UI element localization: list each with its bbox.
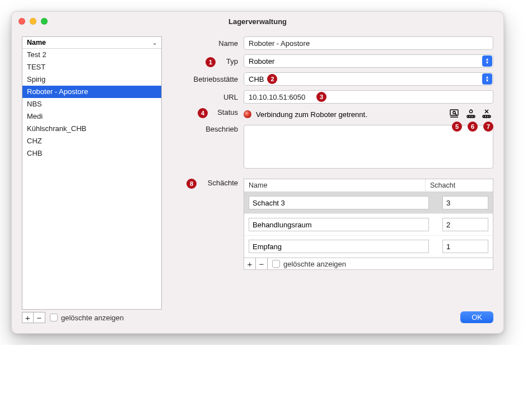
url-label: URL [178, 93, 244, 101]
row-beschrieb: Beschrieb 5 6 7 [178, 125, 493, 169]
schacht-number-input[interactable] [442, 218, 488, 231]
annotation-4: 4 [198, 108, 208, 118]
list-item[interactable]: Roboter - Apostore [22, 86, 161, 98]
name-input[interactable] [244, 36, 493, 50]
chevron-down-icon: ⌄ [152, 40, 157, 46]
traffic-lights [18, 18, 48, 25]
annotation-1: 1 [206, 57, 216, 67]
schachte-show-deleted-label: gelöschte anzeigen [283, 260, 346, 268]
svg-point-15 [488, 116, 489, 117]
left-panel: Name ⌄ Test 2TESTSpirigRoboter - Apostor… [22, 36, 162, 323]
remove-schacht-button[interactable]: − [256, 258, 268, 269]
annotation-2: 2 [267, 74, 277, 84]
url-input[interactable] [244, 90, 493, 104]
right-panel: Name 1 Typ Roboter ▲▼ B [178, 36, 493, 323]
row-name: Name [178, 36, 493, 50]
schacht-name-input[interactable] [249, 196, 429, 209]
schachte-show-deleted-checkbox[interactable]: gelöschte anzeigen [272, 260, 346, 268]
betrieb-value: CHB [249, 75, 264, 83]
table-row[interactable] [244, 192, 493, 214]
betrieb-label: Betriebsstätte [178, 75, 244, 83]
status-text: Verbindung zum Roboter getrennt. [256, 110, 446, 119]
typ-select[interactable]: Roboter ▲▼ [244, 54, 493, 68]
list-item[interactable]: TEST [22, 61, 161, 73]
remove-storage-button[interactable]: − [34, 312, 45, 323]
betrieb-select[interactable]: CHB 2 ▲▼ [244, 72, 493, 86]
row-url: URL 3 [178, 90, 493, 104]
name-label: Name [178, 39, 244, 48]
list-header-label: Name [27, 39, 46, 46]
schacht-number-input[interactable] [442, 240, 488, 253]
status-label: 4 Status [178, 108, 244, 116]
storage-list: Name ⌄ Test 2TESTSpirigRoboter - Apostor… [22, 36, 162, 310]
svg-point-14 [486, 116, 487, 117]
svg-point-8 [470, 116, 472, 117]
search-robot-icon[interactable] [449, 108, 462, 120]
schachte-table: Name Schacht + − gelöschte anzeigen [244, 179, 493, 270]
row-typ: 1 Typ Roboter ▲▼ [178, 54, 493, 68]
schachte-footer: + − gelöschte anzeigen [244, 258, 493, 269]
row-betrieb: Betriebsstätte CHB 2 ▲▼ [178, 72, 493, 86]
list-item[interactable]: Medi [22, 110, 161, 123]
annotation-3: 3 [316, 92, 326, 102]
list-items: Test 2TESTSpirigRoboter - ApostoreNBSMed… [22, 49, 161, 160]
checkbox-icon [50, 314, 58, 321]
schacht-number-input[interactable] [442, 196, 488, 209]
robot-on-icon[interactable] [464, 108, 478, 120]
list-toolbar: + − gelöschte anzeigen [22, 312, 162, 323]
show-deleted-label: gelöschte anzeigen [61, 314, 124, 322]
annotation-8: 8 [186, 179, 197, 189]
schachte-header: Name Schacht [244, 179, 493, 192]
list-item[interactable]: NBS [22, 98, 161, 110]
svg-point-4 [469, 110, 472, 113]
window: Lagerverwaltung Name ⌄ Test 2TESTSpirigR… [11, 11, 504, 334]
checkbox-icon [272, 260, 280, 268]
list-item[interactable]: CHZ [22, 135, 161, 147]
table-row[interactable] [244, 236, 493, 258]
svg-point-13 [484, 116, 485, 117]
content: Name ⌄ Test 2TESTSpirigRoboter - Apostor… [12, 31, 503, 333]
annotation-5: 5 [452, 122, 462, 132]
row-schachte: 8 Schächte Name Schacht + − gelöschte [178, 179, 493, 298]
list-item[interactable]: CHB [22, 147, 161, 160]
list-item[interactable]: Kühlschrank_CHB [22, 123, 161, 135]
zoom-icon[interactable] [41, 18, 48, 25]
status-indicator-icon [244, 110, 251, 118]
svg-point-7 [468, 116, 469, 117]
col-schacht[interactable]: Schacht [426, 179, 493, 192]
list-header[interactable]: Name ⌄ [22, 37, 161, 49]
close-icon[interactable] [18, 18, 25, 25]
select-arrows-icon: ▲▼ [482, 55, 492, 67]
svg-point-9 [473, 116, 474, 117]
robot-off-icon[interactable] [480, 108, 493, 120]
schacht-name-input[interactable] [249, 240, 429, 253]
schachte-body [244, 192, 493, 258]
status-content: Verbindung zum Roboter getrennt. [244, 108, 493, 120]
show-deleted-checkbox[interactable]: gelöschte anzeigen [50, 314, 124, 322]
typ-value: Roboter [249, 57, 274, 66]
annotation-7: 7 [483, 122, 493, 132]
window-title: Lagerverwaltung [12, 17, 503, 26]
schachte-label: 8 Schächte [178, 179, 244, 187]
col-name[interactable]: Name [244, 179, 426, 192]
minimize-icon[interactable] [30, 18, 36, 25]
titlebar: Lagerverwaltung [12, 12, 503, 31]
select-arrows-icon: ▲▼ [482, 73, 492, 85]
svg-rect-0 [450, 110, 458, 115]
beschrieb-label: Beschrieb [178, 125, 244, 133]
add-schacht-button[interactable]: + [244, 258, 256, 269]
typ-label: 1 Typ [178, 57, 244, 66]
add-storage-button[interactable]: + [22, 312, 34, 323]
row-status: 4 Status Verbindung zum Roboter getrennt… [178, 108, 493, 120]
list-item[interactable]: Test 2 [22, 49, 161, 61]
list-item[interactable]: Spirig [22, 73, 161, 86]
table-row[interactable] [244, 214, 493, 236]
annotation-6: 6 [468, 122, 478, 132]
ok-button[interactable]: OK [460, 311, 493, 323]
schacht-name-input[interactable] [249, 218, 429, 231]
